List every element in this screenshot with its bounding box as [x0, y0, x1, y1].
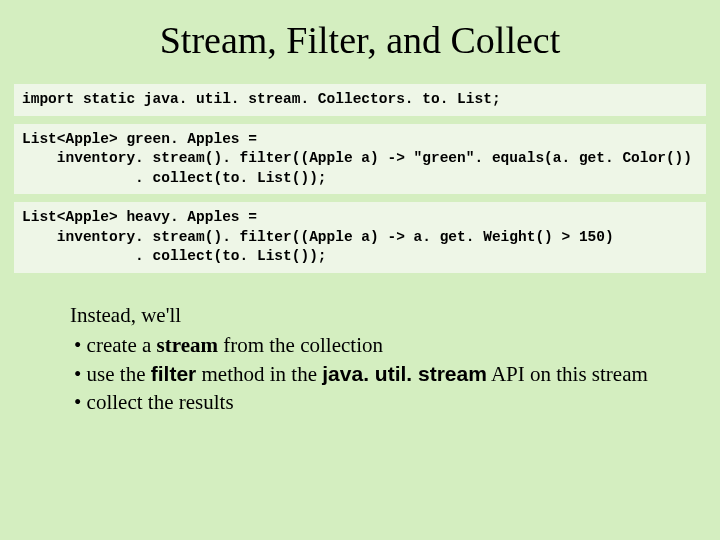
bullet-1-pre: create a — [87, 333, 157, 357]
code-block-heavy-apples: List<Apple> heavy. Apples = inventory. s… — [14, 202, 706, 273]
bullet-2-bold2: java. util. stream — [322, 362, 487, 385]
intro-line: Instead, we'll — [70, 301, 650, 329]
bullet-1: create a stream from the collection — [74, 331, 650, 359]
code-block-green-apples: List<Apple> green. Apples = inventory. s… — [14, 124, 706, 195]
body-text: Instead, we'll create a stream from the … — [70, 301, 650, 416]
bullet-2-post: API on this stream — [487, 362, 648, 386]
slide-title: Stream, Filter, and Collect — [0, 18, 720, 62]
bullet-2: use the filter method in the java. util.… — [74, 360, 650, 388]
slide: Stream, Filter, and Collect import stati… — [0, 0, 720, 540]
bullet-3: collect the results — [74, 388, 650, 416]
code-block-import: import static java. util. stream. Collec… — [14, 84, 706, 116]
bullet-2-bold1: filter — [151, 362, 197, 385]
bullet-list: create a stream from the collection use … — [70, 331, 650, 416]
bullet-2-mid: method in the — [196, 362, 322, 386]
bullet-1-bold: stream — [157, 333, 218, 357]
bullet-2-pre: use the — [87, 362, 151, 386]
bullet-1-post: from the collection — [218, 333, 383, 357]
